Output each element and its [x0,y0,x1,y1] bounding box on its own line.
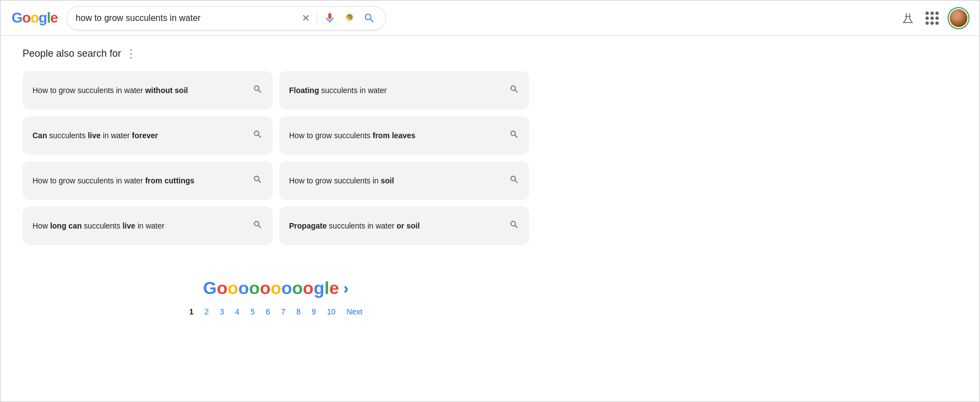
apps-grid-icon [925,12,939,25]
related-card-1[interactable]: How to grow succulents in water without … [23,71,273,110]
page-numbers: 1 2 3 4 5 6 7 8 9 10 Next [185,305,367,318]
svg-point-1 [349,16,351,18]
related-card-6[interactable]: How to grow succulents in soil [279,161,529,200]
related-searches-grid: How to grow succulents in water without … [23,71,529,245]
search-input[interactable] [76,13,296,23]
card-search-icon-4 [509,129,519,142]
page-1[interactable]: 1 [185,305,198,318]
card-search-icon-8 [509,220,519,232]
clear-button[interactable]: ✕ [301,11,311,25]
section-title: People also search for [23,48,121,59]
card-search-icon-2 [509,84,519,96]
page-10[interactable]: 10 [323,305,340,318]
card-search-icon-6 [509,175,519,187]
avatar[interactable] [949,8,968,28]
search-icon [363,12,375,24]
related-card-3[interactable]: Can succulents live in water forever [23,116,273,155]
mic-icon [324,12,336,24]
related-card-7[interactable]: How long can succulents live in water [23,207,273,245]
lab-button[interactable] [900,10,916,26]
page-7[interactable]: 7 [277,305,290,318]
header: Google ✕ [1,1,979,36]
image-search-button[interactable] [342,11,357,25]
card-text-6: How to grow succulents in soil [289,175,503,187]
pagination-logo: Gooooooooogle › [203,278,349,298]
main-content: People also search for ⋮ How to grow suc… [1,36,551,340]
card-search-icon-5 [253,175,263,187]
card-text-5: How to grow succulents in water from cut… [32,175,246,187]
card-text-7: How long can succulents live in water [32,220,246,232]
related-card-4[interactable]: How to grow succulents from leaves [279,116,529,155]
search-bar: ✕ [67,6,386,30]
more-options-button[interactable]: ⋮ [126,47,137,60]
card-text-8: Propagate succulents in water or soil [289,220,503,232]
pagination-section: Gooooooooogle › 1 2 3 4 5 6 7 8 9 10 Nex… [23,278,529,318]
apps-button[interactable] [924,10,940,26]
card-search-icon-1 [253,84,263,96]
page-5[interactable]: 5 [246,305,259,318]
page-8[interactable]: 8 [292,305,305,318]
page-2[interactable]: 2 [200,305,214,318]
google-logo[interactable]: Google [12,9,58,26]
card-text-4: How to grow succulents from leaves [289,130,503,142]
next-button[interactable]: Next [342,305,367,318]
page-3[interactable]: 3 [215,305,228,318]
related-card-8[interactable]: Propagate succulents in water or soil [279,207,529,245]
page-4[interactable]: 4 [231,305,244,318]
card-search-icon-7 [253,220,263,232]
lens-icon [344,12,356,24]
page-6[interactable]: 6 [262,305,275,318]
voice-search-button[interactable] [323,11,337,25]
card-text-1: How to grow succulents in water without … [32,85,246,96]
card-search-icon-3 [253,129,263,142]
card-text-3: Can succulents live in water forever [32,130,246,142]
related-card-2[interactable]: Floating succulents in water [279,71,529,110]
related-card-5[interactable]: How to grow succulents in water from cut… [23,161,273,200]
search-button[interactable] [362,11,377,25]
header-right [900,8,968,28]
page-9[interactable]: 9 [307,305,320,318]
lab-icon [901,12,914,25]
divider [317,12,317,25]
pagination-next-arrow[interactable]: › [344,280,349,297]
card-text-2: Floating succulents in water [289,85,503,96]
section-header: People also search for ⋮ [23,47,529,60]
